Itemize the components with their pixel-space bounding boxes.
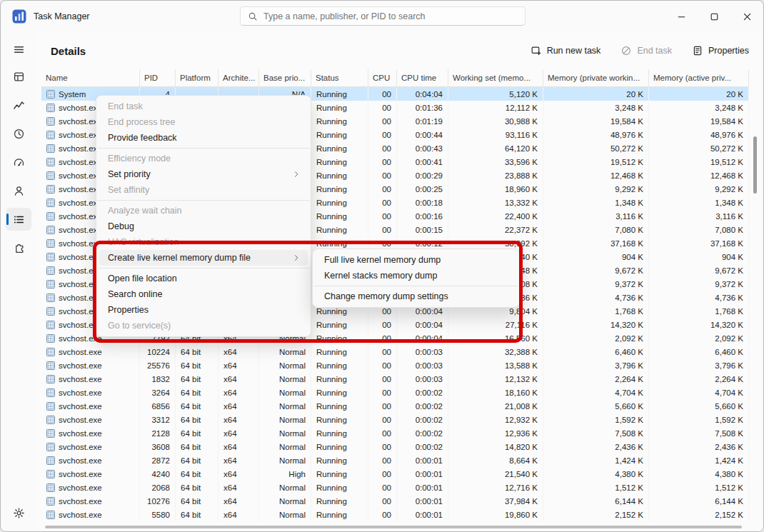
cell-cpu_time: 0:01:36 [397,101,448,114]
search-input[interactable] [263,11,518,21]
sidebar-item-processes[interactable] [6,65,31,88]
menu-item-label: Kernel stacks memory dump [324,271,437,281]
sidebar-item-performance[interactable] [6,94,31,116]
sidebar-item-app-history[interactable] [6,122,31,145]
cell-cpu_time: 0:04:04 [397,87,448,101]
table-row[interactable]: svchost.exe1027664 bitx64NormalRunning00… [41,494,749,508]
column-header-pid[interactable]: PID [140,69,176,86]
menu-item-change-memory-dump-settings[interactable]: Change memory dump settings [316,288,516,304]
minimize-button[interactable] [665,1,698,32]
cell-status: Running [311,87,368,101]
menu-item-search-online[interactable]: Search online [99,286,308,302]
menu-item-full-live-kernel-memory-dump[interactable]: Full live kernel memory dump [316,252,516,268]
table-row[interactable]: svchost.exe558064 bitx64NormalRunning000… [41,508,749,521]
cell-mem_active: 48,976 K [649,128,749,141]
cell-priority: Normal [259,399,311,413]
menu-item-efficiency-mode[interactable]: Efficiency mode [99,151,308,166]
column-header-platform[interactable]: Platform [176,69,218,86]
menu-item-analyze-wait-chain[interactable]: Analyze wait chain [99,203,308,219]
cell-arch: x64 [218,413,259,426]
process-icon [46,104,55,112]
cell-mem_private: 50,272 K [543,141,649,155]
cell-working_set: 22,372 K [448,223,543,236]
cell-cpu_time: 0:00:18 [397,196,448,209]
table-row[interactable]: svchost.exe287264 bitx64NormalRunning000… [41,453,749,467]
table-row[interactable]: svchost.exe685664 bitx64NormalRunning000… [41,399,749,413]
table-row[interactable]: svchost.exe1022464 bitx64NormalRunning00… [41,345,749,358]
menu-item-uac-virtualization[interactable]: UAC virtualization [99,234,308,250]
column-header-mem_active[interactable]: Memory (active priv... [649,69,749,86]
table-row[interactable]: svchost.exe212864 bitx64NormalRunning000… [41,426,749,440]
table-row[interactable]: svchost.exe331264 bitx64NormalRunning000… [41,413,749,426]
cell-mem_private: 3,248 K [543,101,649,114]
search-box[interactable] [240,6,526,26]
vertical-scrollbar-thumb[interactable] [753,136,757,194]
cell-arch: x64 [218,358,259,372]
cell-name: svchost.exe [41,372,140,386]
cell-mem_private: 2,092 K [543,331,649,345]
menu-item-kernel-stacks-memory-dump[interactable]: Kernel stacks memory dump [316,268,516,283]
menu-item-debug[interactable]: Debug [99,219,308,234]
cell-cpu: 00 [368,331,397,345]
cell-working_set: 13,332 K [448,196,543,209]
cell-working_set: 14,820 K [448,440,543,453]
process-icon [46,334,55,343]
process-icon [46,388,55,397]
cell-cpu_time: 0:01:19 [397,114,448,128]
run-new-task-button[interactable]: Run new task [531,45,601,56]
cell-status: Running [311,358,368,372]
sidebar-item-details[interactable] [6,208,31,231]
task-manager-app-icon [12,9,26,24]
maximize-button[interactable] [698,1,730,32]
cell-mem_private: 37,168 K [543,236,649,250]
table-row[interactable]: svchost.exe183264 bitx64NormalRunning000… [41,372,749,386]
menu-item-set-priority[interactable]: Set priority [99,166,308,182]
process-icon [46,511,55,519]
table-row[interactable]: svchost.exe2557664 bitx64NormalRunning00… [41,358,749,372]
column-header-arch[interactable]: Archite... [218,69,259,86]
menu-item-open-file-location[interactable]: Open file location [99,271,308,286]
menu-item-end-process-tree[interactable]: End process tree [99,114,308,130]
column-header-working_set[interactable]: Working set (memo... [448,69,543,86]
column-header-priority[interactable]: Base prio... [259,69,311,86]
column-header-name[interactable]: Name [41,69,140,86]
table-row[interactable]: svchost.exe206864 bitx64NormalRunning000… [41,481,749,494]
cell-mem_active: 9,292 K [649,182,749,196]
cell-working_set: 16,560 K [448,331,543,345]
sidebar-item-services[interactable] [6,236,31,259]
cell-platform: 64 bit [176,358,218,372]
cell-platform: 64 bit [176,426,218,440]
sidebar-item-startup-apps[interactable] [6,151,31,174]
table-row[interactable]: svchost.exe360864 bitx64NormalRunning000… [41,440,749,453]
column-header-mem_private[interactable]: Memory (private workin... [543,69,649,86]
cell-cpu_time: 0:00:01 [397,453,448,467]
horizontal-scrollbar-thumb[interactable] [45,526,742,528]
sidebar-item-users[interactable] [6,179,31,202]
menu-item-create-live-kernel-memory-dump-file[interactable]: Create live kernel memory dump file [99,250,308,266]
end-task-button[interactable]: End task [620,45,672,56]
cell-platform: 64 bit [176,494,218,508]
menu-item-properties[interactable]: Properties [99,302,308,318]
column-header-cpu_time[interactable]: CPU time [397,69,448,86]
table-row[interactable]: svchost.exe326464 bitx64NormalRunning000… [41,386,749,399]
close-button[interactable] [730,1,763,32]
column-header-cpu[interactable]: CPU [368,69,397,86]
properties-button[interactable]: Properties [692,45,749,56]
cell-mem_active: 1,424 K [649,453,749,467]
process-icon [46,416,55,424]
task-manager-window: Task Manager [0,0,764,532]
menu-item-go-to-service-s[interactable]: Go to service(s) [99,318,308,333]
process-icon [46,280,55,288]
menu-item-set-affinity[interactable]: Set affinity [99,182,308,198]
cell-name: svchost.exe [41,358,140,372]
cell-pid: 5580 [140,508,176,521]
navigation-menu-button[interactable] [6,38,31,61]
cell-mem_private: 9,672 K [543,264,649,277]
cell-mem_active: 904 K [649,250,749,264]
menu-item-label: Analyze wait chain [108,206,182,216]
settings-button[interactable] [6,501,31,524]
column-header-status[interactable]: Status [311,69,368,86]
menu-item-provide-feedback[interactable]: Provide feedback [99,130,308,146]
table-row[interactable]: svchost.exe424064 bitx64HighRunning000:0… [41,467,749,481]
menu-item-end-task[interactable]: End task [99,99,308,114]
